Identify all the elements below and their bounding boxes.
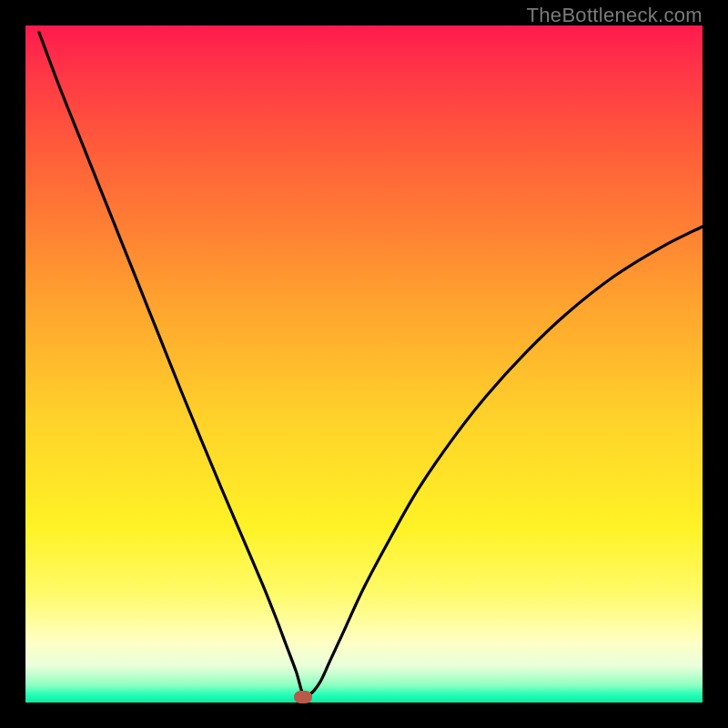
watermark-text: TheBottleneck.com: [527, 4, 703, 27]
chart-frame: TheBottleneck.com: [0, 0, 728, 728]
bottleneck-curve: [39, 32, 703, 696]
curve-svg: [25, 25, 703, 703]
optimum-marker: [294, 691, 312, 703]
plot-area: [25, 25, 703, 703]
